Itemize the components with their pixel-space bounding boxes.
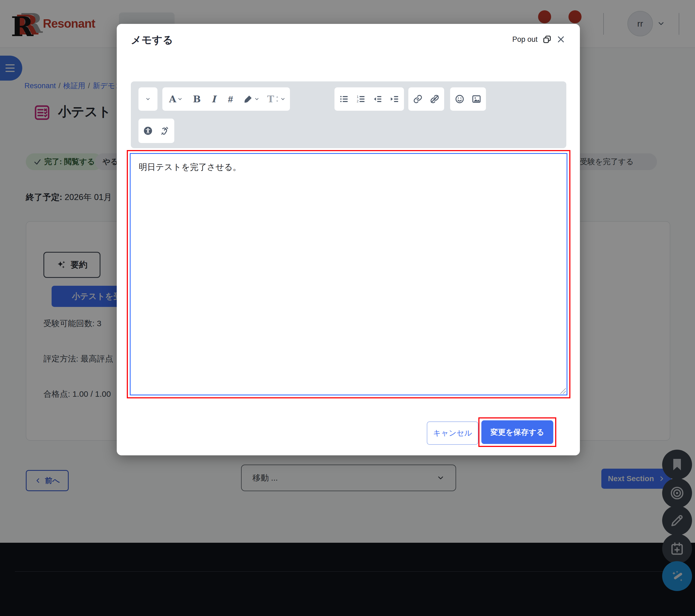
screen: RRR Resonant rr Resonant/検証用/新デモコ 小テスト 完… [0, 0, 695, 616]
pop-out-label: Pop out [512, 35, 538, 44]
image-icon[interactable] [468, 88, 485, 109]
link-icon[interactable] [409, 88, 426, 109]
accessibility-checker-icon[interactable] [139, 120, 156, 141]
modal-title: メモする [131, 33, 173, 47]
toolbar-group-collapse [138, 87, 157, 111]
toolbar-group-format: A B I # T [162, 87, 290, 111]
bold-icon[interactable]: B [188, 88, 205, 109]
font-size-icon[interactable]: T [264, 88, 289, 109]
note-modal: メモする Pop out A B I # [117, 24, 580, 455]
unlink-icon[interactable] [426, 88, 443, 109]
toolbar-group-lists: 12 [335, 87, 404, 111]
resize-handle[interactable] [559, 387, 566, 394]
unordered-list-icon[interactable] [336, 88, 352, 109]
font-style-icon[interactable]: A [164, 88, 188, 109]
cancel-button-label: キャンセル [433, 428, 472, 438]
note-text: 明日テストを完了させる。 [139, 161, 241, 173]
annotation-box-save: 変更を保存する [478, 417, 556, 447]
toolbar-group-links [408, 87, 444, 111]
svg-text:2: 2 [357, 99, 359, 103]
heading-icon[interactable]: # [222, 88, 239, 109]
editor-toolbar: A B I # T 12 [131, 81, 566, 148]
collapse-toolbar-icon[interactable] [139, 88, 156, 109]
toolbar-group-accessibility [138, 119, 174, 143]
annotation-box-editor: 明日テストを完了させる。 [127, 150, 571, 398]
screenreader-helper-icon[interactable] [156, 120, 173, 141]
emoji-icon[interactable] [451, 88, 468, 109]
save-changes-label: 変更を保存する [491, 427, 544, 438]
note-text-editor[interactable]: 明日テストを完了させる。 [130, 153, 567, 395]
cancel-button[interactable]: キャンセル [427, 422, 478, 445]
italic-icon[interactable]: I [205, 88, 222, 109]
ordered-list-icon[interactable]: 12 [352, 88, 369, 109]
svg-text:1: 1 [357, 95, 359, 99]
indent-icon[interactable] [386, 88, 403, 109]
close-icon[interactable] [557, 35, 565, 44]
save-changes-button[interactable]: 変更を保存する [481, 420, 553, 444]
outdent-icon[interactable] [369, 88, 386, 109]
pop-out-icon[interactable] [542, 35, 552, 44]
brush-icon[interactable] [239, 88, 264, 109]
toolbar-group-media [450, 87, 486, 111]
